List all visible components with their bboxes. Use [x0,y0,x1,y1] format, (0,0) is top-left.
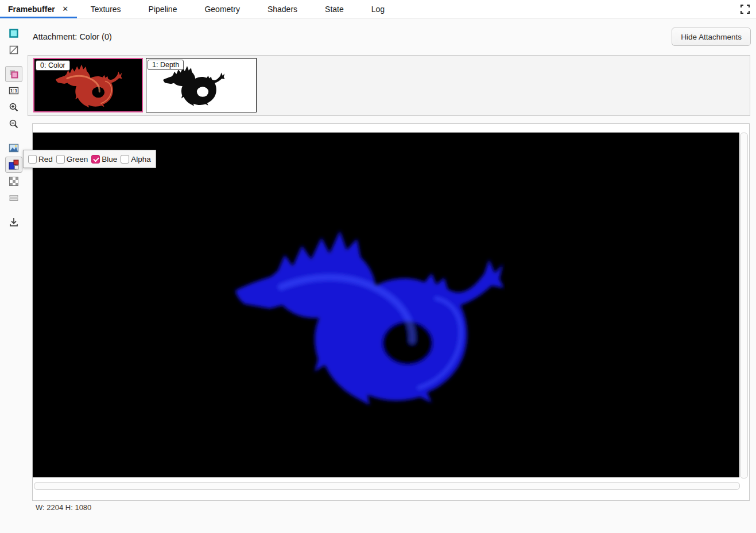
attachment-label: Attachment: Color (0) [33,32,112,41]
tab-shaders[interactable]: Shaders [254,0,311,18]
fit-image-icon[interactable] [5,140,22,156]
tab-shaders-label: Shaders [267,5,297,14]
framebuffer-image[interactable] [33,133,739,477]
tab-textures[interactable]: Textures [77,0,135,18]
svg-text:1:1: 1:1 [10,88,18,94]
tab-pipeline[interactable]: Pipeline [135,0,191,18]
color-channels-icon[interactable] [5,157,22,173]
vertical-scrollbar[interactable] [740,133,748,478]
tab-state-label: State [325,5,344,14]
viewer-toolbar: 1:1 [5,25,23,231]
blue-checkbox[interactable] [91,155,100,164]
hide-attachments-button[interactable]: Hide Attachments [672,28,751,46]
tab-geometry-label: Geometry [204,5,239,14]
tab-state[interactable]: State [311,0,358,18]
channel-red[interactable]: Red [28,155,53,164]
fullscreen-icon[interactable] [740,4,750,14]
alpha-checkerboard-icon[interactable] [5,173,22,189]
blue-label: Blue [102,155,117,164]
green-checkbox[interactable] [56,155,65,164]
red-checkbox[interactable] [28,155,37,164]
attachment-thumbnail-depth[interactable]: 1: Depth [146,58,257,112]
red-label: Red [38,155,53,164]
zoom-out-icon[interactable] [5,116,22,132]
close-tab-icon[interactable]: ✕ [61,5,70,14]
dimensions-status: W: 2204 H: 1080 [36,503,91,512]
background-none-icon[interactable] [5,42,22,58]
save-image-icon[interactable] [5,214,22,230]
horizontal-scrollbar[interactable] [34,482,740,490]
attachment-chip-color: 0: Color [36,60,70,71]
highlight-region-icon[interactable] [5,66,22,82]
channel-blue[interactable]: Blue [91,155,117,164]
alpha-label: Alpha [131,155,151,164]
flatten-icon[interactable] [5,190,22,206]
tab-bar: Framebuffer ✕ Textures Pipeline Geometry… [0,0,756,18]
dragon-render-blue [230,218,505,413]
tab-framebuffer-label: Framebuffer [8,5,55,14]
background-color-icon[interactable] [5,25,22,41]
green-label: Green [67,155,88,164]
tab-framebuffer[interactable]: Framebuffer ✕ [0,0,77,18]
tab-geometry[interactable]: Geometry [191,0,253,18]
tab-pipeline-label: Pipeline [149,5,177,14]
tab-log[interactable]: Log [358,0,398,18]
zoom-in-icon[interactable] [5,99,22,115]
tab-textures-label: Textures [91,5,121,14]
attachment-chip-depth: 1: Depth [148,60,184,70]
framebuffer-viewport [32,123,750,501]
alpha-checkbox[interactable] [121,155,129,164]
channel-alpha[interactable]: Alpha [121,155,151,164]
channel-popup: Red Green Blue Alpha [23,150,156,168]
attachment-thumbnail-color[interactable]: 0: Color [33,58,143,112]
channel-green[interactable]: Green [56,155,88,164]
tab-log-label: Log [371,5,385,14]
attachments-panel: 0: Color 1: Depth [28,55,750,116]
zoom-actual-icon[interactable]: 1:1 [5,83,22,99]
